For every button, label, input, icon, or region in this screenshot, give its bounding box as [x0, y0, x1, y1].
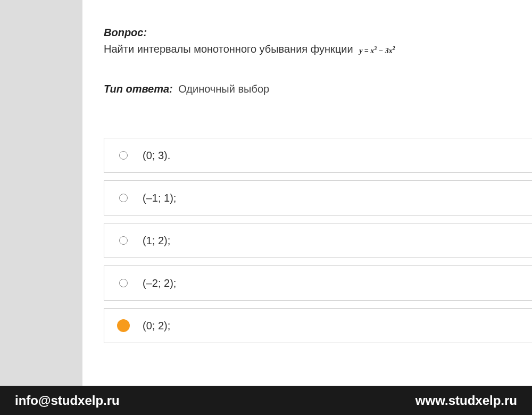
question-text: Найти интервалы монотонного убывания фун…	[104, 43, 356, 55]
radio-icon[interactable]	[119, 236, 128, 245]
option-row[interactable]: (0; 2);	[104, 308, 532, 343]
option-row[interactable]: (1; 2);	[104, 223, 532, 258]
radio-selected-icon[interactable]	[117, 319, 130, 332]
footer-website: www.studxelp.ru	[415, 393, 517, 408]
radio-icon[interactable]	[119, 279, 128, 287]
options-container: (0; 3). (–1; 1); (1; 2); (–2; 2); (0; 2)…	[104, 138, 532, 343]
radio-icon[interactable]	[119, 194, 128, 202]
answer-type-label: Тип ответа:	[104, 83, 173, 95]
question-formula: y = x3 − 3x2	[356, 47, 398, 55]
footer: info@studxelp.ru www.studxelp.ru	[0, 386, 532, 415]
answer-type-value: Одиночный выбор	[178, 83, 269, 95]
content-area: Вопрос: Найти интервалы монотонного убыв…	[82, 0, 532, 386]
option-text: (0; 2);	[143, 320, 170, 332]
answer-type-row: Тип ответа: Одиночный выбор	[104, 83, 532, 95]
option-text: (–1; 1);	[143, 192, 176, 204]
option-row[interactable]: (–1; 1);	[104, 180, 532, 215]
option-row[interactable]: (0; 3).	[104, 138, 532, 173]
footer-email: info@studxelp.ru	[15, 393, 120, 408]
question-label: Вопрос:	[104, 27, 532, 39]
option-text: (1; 2);	[143, 235, 170, 247]
radio-icon[interactable]	[119, 151, 128, 160]
question-row: Найти интервалы монотонного убывания фун…	[104, 43, 532, 55]
option-text: (0; 3).	[143, 150, 170, 162]
option-text: (–2; 2);	[143, 277, 176, 289]
option-row[interactable]: (–2; 2);	[104, 265, 532, 301]
